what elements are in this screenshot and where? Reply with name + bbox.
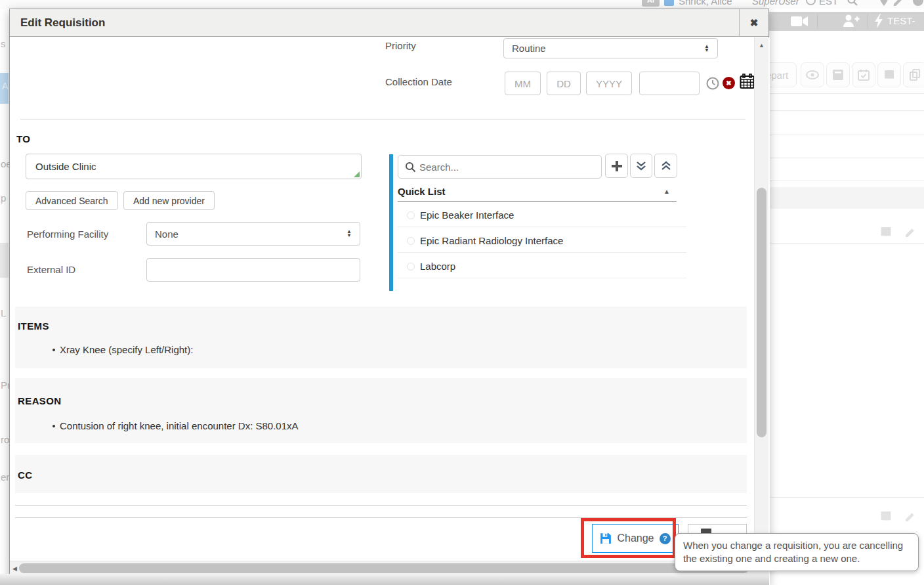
performing-facility-value: None bbox=[155, 228, 346, 240]
divider bbox=[15, 517, 747, 518]
bullet-icon bbox=[52, 425, 55, 427]
bg-text-fragment: L bbox=[1, 307, 6, 318]
reason-heading: REASON bbox=[18, 395, 62, 406]
divider bbox=[15, 505, 747, 506]
recipient-textarea[interactable]: Outside Clinic bbox=[26, 154, 362, 179]
depart-button: epart bbox=[769, 62, 797, 87]
items-heading: ITEMS bbox=[18, 320, 49, 332]
bg-text-fragment: oe bbox=[1, 158, 9, 169]
clock-icon[interactable] bbox=[706, 77, 719, 90]
year-input[interactable] bbox=[586, 72, 632, 95]
external-id-input[interactable] bbox=[146, 258, 360, 282]
priority-value: Routine bbox=[512, 43, 704, 54]
vertical-scrollbar[interactable]: ▲ bbox=[754, 37, 768, 561]
clear-date-icon[interactable]: ✖ bbox=[723, 77, 735, 89]
recipient-value: Outside Clinic bbox=[35, 161, 96, 172]
search-icon bbox=[847, 0, 858, 7]
collapse-section-icon[interactable]: ▲ bbox=[663, 188, 670, 195]
depart-label: epart bbox=[769, 70, 788, 81]
quick-list-item[interactable]: Epic Beaker Interface bbox=[398, 204, 686, 227]
items-section: ITEMS Xray Knee (specify Left/Right): bbox=[15, 307, 747, 368]
horizontal-scrollbar[interactable]: ◀ bbox=[10, 561, 754, 574]
advanced-search-button[interactable]: Advanced Search bbox=[26, 191, 118, 210]
cc-section: CC bbox=[15, 455, 747, 493]
pencil-icon bbox=[904, 509, 917, 522]
add-button[interactable] bbox=[605, 154, 628, 178]
item-entry: Xray Knee (specify Left/Right): bbox=[60, 344, 193, 355]
calendar-check-icon bbox=[858, 69, 870, 81]
bg-gray-row bbox=[0, 243, 9, 278]
priority-select[interactable]: Routine ▲▼ bbox=[503, 38, 718, 58]
quick-list-heading: Quick List bbox=[398, 186, 446, 197]
search-icon bbox=[405, 162, 416, 173]
quick-list-item-label: Labcorp bbox=[420, 255, 455, 278]
vertical-scrollbar-thumb[interactable] bbox=[757, 188, 766, 437]
add-new-provider-button[interactable]: Add new provider bbox=[123, 191, 215, 210]
tooltip-text: When you change a requisition, you are c… bbox=[683, 540, 903, 564]
video-camera-icon bbox=[791, 16, 808, 27]
reason-entry: Contusion of right knee, initial encount… bbox=[60, 420, 299, 431]
close-icon[interactable]: ✖ bbox=[739, 9, 768, 37]
select-arrows-icon: ▲▼ bbox=[704, 45, 709, 53]
book-button bbox=[877, 62, 901, 87]
user-avatar bbox=[664, 0, 674, 6]
help-icon[interactable]: ? bbox=[660, 533, 671, 544]
pin-icon bbox=[879, 0, 889, 7]
dialog-header: Edit Requisition ✖ bbox=[10, 9, 768, 37]
archive-button bbox=[826, 62, 850, 87]
provider-search-box bbox=[398, 155, 602, 179]
performing-facility-label: Performing Facility bbox=[27, 228, 108, 240]
divider bbox=[398, 201, 677, 202]
collection-date-label: Collection Date bbox=[385, 76, 452, 87]
day-input[interactable] bbox=[547, 72, 581, 95]
clock-icon bbox=[806, 0, 816, 5]
change-tooltip: When you change a requisition, you are c… bbox=[675, 533, 919, 571]
horizontal-scrollbar-thumb[interactable] bbox=[19, 563, 749, 573]
performing-facility-select[interactable]: None ▲▼ bbox=[146, 222, 360, 246]
book-icon bbox=[883, 70, 895, 80]
bullet-icon bbox=[52, 349, 55, 351]
timezone-label: EST bbox=[819, 0, 838, 7]
collapse-all-button[interactable] bbox=[654, 154, 677, 178]
archive-icon bbox=[832, 69, 844, 81]
resize-handle-icon[interactable] bbox=[354, 171, 360, 177]
quick-list-item-label: Epic Radiant Radiology Interface bbox=[420, 230, 563, 252]
calendar-icon[interactable] bbox=[740, 74, 755, 89]
time-input[interactable] bbox=[639, 72, 700, 95]
eye-icon bbox=[806, 70, 819, 79]
month-input[interactable] bbox=[505, 72, 541, 95]
copy-icon bbox=[909, 69, 921, 81]
background-left-edge: s A oe p L Pr ro er bbox=[0, 9, 9, 574]
book-icon bbox=[879, 511, 892, 522]
bottom-shadow-strip bbox=[0, 574, 769, 585]
bg-text-fragment: s bbox=[1, 38, 6, 49]
double-chevron-up-icon bbox=[661, 161, 671, 171]
plus-icon bbox=[611, 160, 623, 172]
radio-button[interactable] bbox=[407, 237, 415, 245]
bg-gray-band bbox=[769, 187, 924, 209]
bg-text-fragment: Pr bbox=[1, 379, 9, 391]
background-topbar: AI Shrick, Alice SuperUser EST bbox=[0, 0, 924, 9]
quick-list-item[interactable]: Labcorp bbox=[398, 255, 686, 278]
radio-button[interactable] bbox=[407, 211, 415, 219]
reason-section: REASON Contusion of right knee, initial … bbox=[15, 378, 747, 443]
quick-list-item[interactable]: Epic Radiant Radiology Interface bbox=[398, 230, 686, 253]
dialog-body: Priority Routine ▲▼ Collection Date ✖ TO… bbox=[10, 37, 770, 585]
radio-button[interactable] bbox=[407, 263, 415, 271]
ai-badge: AI bbox=[642, 0, 660, 7]
copy-button bbox=[903, 62, 924, 87]
search-input[interactable] bbox=[419, 156, 597, 177]
external-id-label: External ID bbox=[27, 264, 75, 275]
scroll-up-icon[interactable]: ▲ bbox=[759, 42, 765, 49]
pencil-icon bbox=[904, 225, 917, 238]
scroll-left-icon[interactable]: ◀ bbox=[12, 565, 17, 572]
background-right-panel: TEST- epart bbox=[769, 9, 924, 585]
expand-all-button[interactable] bbox=[630, 154, 652, 178]
bg-text-fragment: p bbox=[1, 192, 6, 204]
accent-bar bbox=[389, 154, 393, 291]
calendar-button bbox=[852, 62, 875, 87]
change-button[interactable]: Change ? bbox=[592, 524, 679, 553]
bg-text-fragment: er bbox=[1, 471, 9, 483]
user-name: Shrick, Alice bbox=[679, 0, 732, 7]
cc-heading: CC bbox=[18, 469, 32, 481]
